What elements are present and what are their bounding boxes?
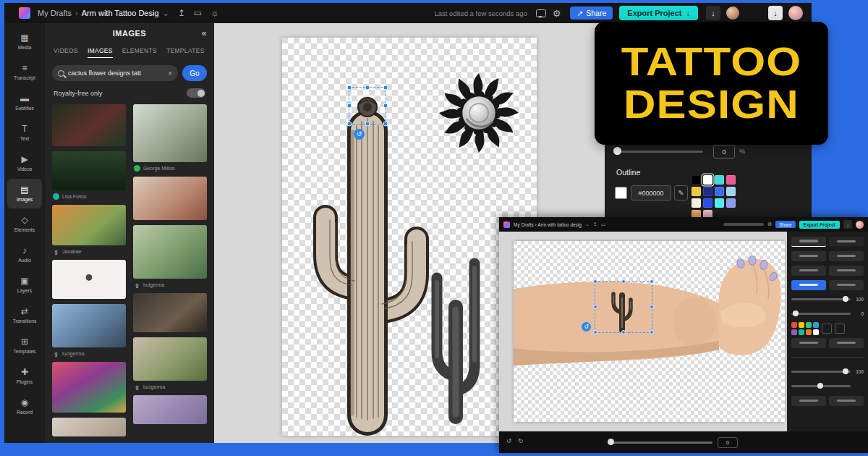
image-thumbnail[interactable] (52, 205, 126, 245)
mini-breadcrumb[interactable]: My Drafts › Arm with tattoo desig (514, 222, 582, 227)
sidebar-item-text[interactable]: TText (7, 118, 42, 148)
selection-handle[interactable] (365, 122, 370, 127)
sidebar-item-transitions[interactable]: ⇄Transitions (7, 300, 42, 330)
color-swatch[interactable] (715, 187, 724, 196)
selection-handle[interactable] (347, 122, 352, 127)
breadcrumb-root[interactable]: My Drafts (38, 9, 72, 17)
mini-button[interactable] (829, 280, 864, 290)
mini-button[interactable] (829, 396, 864, 406)
export-project-button[interactable]: Export Project ↓ (619, 6, 698, 20)
mini-avatar[interactable] (856, 221, 864, 229)
selection-handle[interactable] (650, 279, 654, 284)
mini-artboard[interactable]: ↺ (514, 241, 785, 422)
mini-zoom-value[interactable]: 0 (718, 437, 738, 448)
display-icon[interactable]: ▭ (194, 8, 202, 18)
image-thumbnail[interactable] (52, 362, 126, 413)
selection-handle[interactable] (593, 330, 597, 334)
gear-icon[interactable]: ⚙ (767, 221, 772, 227)
clear-search-icon[interactable]: × (168, 69, 172, 77)
selection-box[interactable] (349, 87, 386, 124)
sidebar-item-plugins[interactable]: ✚Plugins (7, 361, 42, 391)
image-thumbnail[interactable] (133, 225, 207, 279)
selection-handle[interactable] (621, 330, 626, 334)
color-swatch[interactable] (692, 175, 701, 185)
image-results-grid[interactable]: Lisa FotiosgJavabaeglucigermaGeorge Milt… (45, 104, 214, 443)
mini-button[interactable] (791, 396, 826, 406)
undo-icon[interactable]: ↺ (506, 437, 512, 444)
share-button[interactable]: ↗ Share (570, 7, 613, 20)
mini-download-button[interactable]: ↓ (843, 220, 852, 229)
image-thumbnail[interactable] (52, 151, 126, 190)
image-thumbnail[interactable] (133, 104, 207, 162)
selection-handle[interactable] (593, 305, 597, 309)
document-title[interactable]: Arm with Tattoo Desig (82, 9, 159, 17)
opacity-slider-knob[interactable] (613, 147, 621, 155)
mini-button[interactable] (791, 338, 826, 348)
edit-color-icon[interactable]: ✎ (674, 185, 688, 200)
rotate-handle[interactable]: ↺ (354, 129, 365, 140)
mini-export-button[interactable]: Export Project (799, 221, 840, 229)
comment-icon[interactable] (536, 9, 546, 17)
mini-color-swatch[interactable] (791, 329, 797, 335)
selection-handle[interactable] (593, 279, 597, 284)
image-thumbnail[interactable] (133, 293, 207, 332)
upload-icon[interactable]: ↥ (178, 8, 185, 18)
mini-zoom-knob[interactable] (608, 439, 614, 445)
image-thumbnail[interactable] (52, 104, 126, 146)
selection-handle[interactable] (365, 85, 370, 90)
mini-selection-box[interactable] (595, 281, 652, 333)
sidebar-item-record[interactable]: ◉Record (7, 392, 42, 421)
redo-icon[interactable]: ↻ (518, 437, 524, 444)
mini-color-swatch[interactable] (806, 322, 812, 328)
mini-button[interactable] (829, 338, 864, 348)
image-thumbnail[interactable] (52, 304, 126, 347)
chevron-down-icon[interactable]: ⌄ (163, 9, 169, 18)
tab-elements[interactable]: ELEMENTS (122, 47, 157, 57)
mini-button[interactable] (791, 251, 826, 261)
sidebar-item-layers[interactable]: ▣Layers (7, 270, 42, 300)
display-icon[interactable]: ▭ (601, 221, 606, 227)
mini-button[interactable] (829, 266, 864, 276)
sidebar-item-elements[interactable]: ◇Elements (7, 209, 42, 239)
tab-videos[interactable]: VIDEOS (54, 47, 78, 57)
mini-button[interactable] (791, 266, 826, 276)
avatar[interactable] (726, 7, 739, 20)
sidebar-item-media[interactable]: ▦Media (7, 27, 42, 56)
sidebar-item-subtitles[interactable]: ▬Subtitles (7, 88, 42, 117)
breadcrumb[interactable]: My Drafts › Arm with Tattoo Desig ⌄ (38, 9, 169, 18)
selection-handle[interactable] (347, 85, 352, 90)
tab-templates[interactable]: TEMPLATES (166, 47, 205, 57)
selection-handle[interactable] (347, 104, 352, 109)
bulb-icon[interactable]: ☼ (210, 8, 218, 18)
sidebar-item-audio[interactable]: ♪Audio (7, 240, 42, 269)
collapse-panel-icon[interactable]: « (202, 28, 207, 38)
selection-handle[interactable] (621, 279, 626, 284)
chevron-down-icon[interactable]: ⌄ (585, 221, 590, 227)
selection-handle[interactable] (650, 305, 654, 309)
tab-images[interactable]: IMAGES (88, 47, 113, 58)
mini-rotate-handle[interactable]: ↺ (582, 322, 591, 332)
outline-color-swatch[interactable] (615, 187, 627, 199)
sidebar-item-transcript[interactable]: ≡Transcript (7, 57, 42, 87)
color-swatch[interactable] (703, 187, 712, 196)
search-go-button[interactable]: Go (182, 65, 207, 81)
download-button-secondary[interactable]: ↓ (768, 6, 783, 20)
mini-slider[interactable] (791, 385, 851, 387)
opacity-slider[interactable] (616, 151, 703, 153)
mini-color-swatch[interactable] (791, 322, 797, 328)
image-thumbnail[interactable] (52, 418, 126, 436)
selection-handle[interactable] (383, 122, 388, 127)
mini-zoom-slider[interactable] (608, 442, 712, 444)
search-query[interactable]: cactus flower designs tatt (68, 69, 164, 77)
sidebar-item-videos[interactable]: ▶Videos (7, 148, 42, 178)
mini-canvas-area[interactable]: ↺ (499, 232, 787, 431)
download-button[interactable]: ↓ (706, 6, 720, 20)
image-thumbnail[interactable] (133, 177, 207, 220)
mini-color-swatch[interactable] (813, 329, 819, 335)
mini-button[interactable] (829, 251, 864, 261)
color-swatch[interactable] (703, 175, 712, 185)
mini-slider[interactable] (791, 371, 851, 373)
opacity-value[interactable]: 0 (713, 145, 735, 159)
mini-button-active[interactable] (791, 280, 826, 290)
mini-slider[interactable] (791, 313, 851, 315)
